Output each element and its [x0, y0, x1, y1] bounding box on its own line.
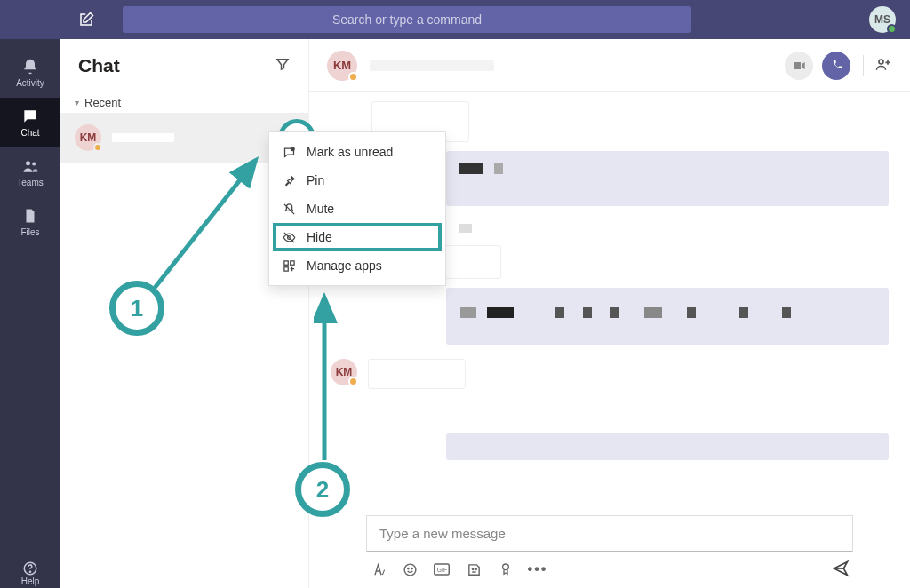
composer: Type a new message GIF •••: [309, 510, 910, 588]
sticker-icon[interactable]: [466, 561, 482, 577]
conversation-pane: KM: [309, 39, 910, 588]
chat-title: Chat: [78, 55, 120, 76]
annotation-label: 2: [316, 476, 329, 504]
search-input[interactable]: Search or type a command: [123, 6, 691, 33]
menu-item-label: Manage apps: [307, 258, 382, 273]
message-bubble: [446, 288, 889, 345]
presence-away-icon: [348, 72, 358, 82]
redacted-text: [644, 307, 662, 318]
section-recent-label: Recent: [84, 96, 121, 109]
redacted-text: [494, 163, 503, 174]
praise-icon[interactable]: [498, 561, 514, 577]
chat-list-header: Chat: [60, 39, 308, 92]
redacted-text: [739, 307, 748, 318]
svg-point-10: [472, 568, 473, 569]
avatar: KM: [75, 124, 101, 151]
audio-call-button[interactable]: [822, 52, 850, 80]
message-outgoing: [446, 151, 889, 206]
svg-point-12: [503, 564, 509, 570]
chat-list-panel: Chat ▾ Recent KM •••: [60, 39, 309, 588]
rail-label: Activity: [16, 78, 44, 88]
top-bar: Search or type a command MS: [0, 0, 910, 39]
rail-item-help[interactable]: Help: [0, 560, 60, 586]
svg-point-4: [879, 60, 883, 64]
chat-unread-icon: [282, 145, 296, 159]
pin-icon: [282, 173, 296, 187]
svg-rect-15: [283, 260, 287, 264]
svg-rect-16: [290, 260, 293, 264]
svg-point-7: [411, 568, 411, 568]
filter-icon[interactable]: [275, 56, 291, 75]
svg-point-0: [26, 161, 30, 165]
presence-away-icon: [348, 377, 358, 386]
contact-name-redacted: [370, 60, 494, 71]
app-rail: Activity Chat Teams Files Help: [0, 39, 60, 588]
rail-label: Help: [21, 576, 40, 586]
apps-icon: [282, 258, 296, 273]
menu-item-manage-apps[interactable]: Manage apps: [269, 251, 445, 280]
menu-item-mark-unread[interactable]: Mark as unread: [269, 138, 445, 166]
svg-rect-17: [283, 266, 287, 270]
svg-point-11: [475, 568, 475, 569]
message-bubble: [368, 359, 466, 389]
redacted-text: [459, 163, 483, 174]
avatar-initials: KM: [80, 131, 97, 144]
svg-point-5: [404, 564, 416, 576]
avatar[interactable]: KM: [327, 51, 357, 81]
message-input-placeholder: Type a new message: [379, 526, 506, 541]
presence-away-icon: [93, 143, 102, 152]
message-bubble: [446, 433, 889, 460]
menu-item-hide[interactable]: Hide: [273, 223, 442, 251]
chevron-down-icon: ▾: [75, 98, 79, 107]
rail-label: Teams: [17, 178, 43, 187]
svg-point-3: [29, 571, 30, 572]
redacted-text: [487, 307, 514, 318]
annotation-step-1: 1: [109, 281, 164, 336]
add-people-button[interactable]: [863, 55, 892, 76]
more-actions-icon[interactable]: •••: [530, 561, 546, 577]
rail-item-activity[interactable]: Activity: [0, 48, 60, 98]
message-outgoing: [446, 433, 889, 460]
composer-toolbar: GIF •••: [366, 561, 853, 577]
menu-item-label: Mute: [307, 202, 334, 216]
svg-point-13: [291, 147, 294, 150]
svg-point-6: [407, 568, 408, 568]
menu-item-mute[interactable]: Mute: [269, 195, 445, 223]
redacted-text: [610, 307, 619, 318]
presence-available-icon: [887, 24, 897, 34]
format-icon[interactable]: [370, 561, 386, 577]
chat-item-name-redacted: [112, 133, 174, 142]
redacted-text: [782, 307, 791, 318]
avatar-me[interactable]: MS: [869, 6, 896, 33]
message-bubble: [446, 151, 889, 206]
svg-point-1: [32, 163, 36, 166]
send-button[interactable]: [832, 560, 850, 581]
rail-item-files[interactable]: Files: [0, 197, 60, 247]
conversation-actions: [785, 52, 892, 80]
video-call-button[interactable]: [785, 52, 813, 80]
redacted-text: [583, 307, 592, 318]
redacted-text: [555, 307, 564, 318]
avatar: KM: [331, 359, 357, 385]
chat-context-menu: Mark as unread Pin Mute Hide Manage apps: [268, 131, 446, 286]
avatar-initials: KM: [333, 59, 351, 72]
annotation-label: 1: [131, 295, 143, 322]
menu-item-label: Hide: [307, 230, 332, 244]
menu-item-pin[interactable]: Pin: [269, 166, 445, 195]
section-recent[interactable]: ▾ Recent: [60, 92, 308, 113]
new-chat-icon[interactable]: [78, 12, 94, 28]
gif-icon[interactable]: GIF: [434, 561, 450, 577]
avatar-me-initials: MS: [874, 13, 890, 26]
redacted-text: [459, 224, 472, 233]
message-incoming: KM: [331, 359, 889, 389]
rail-label: Chat: [20, 128, 39, 138]
redacted-text: [687, 307, 696, 318]
conversation-header: KM: [309, 39, 910, 92]
rail-item-chat[interactable]: Chat: [0, 98, 60, 147]
message-input[interactable]: Type a new message: [366, 515, 853, 552]
message-outgoing: [446, 288, 889, 345]
menu-item-label: Pin: [307, 173, 324, 187]
emoji-icon[interactable]: [402, 561, 418, 577]
rail-item-teams[interactable]: Teams: [0, 147, 60, 197]
eye-off-icon: [282, 230, 296, 244]
